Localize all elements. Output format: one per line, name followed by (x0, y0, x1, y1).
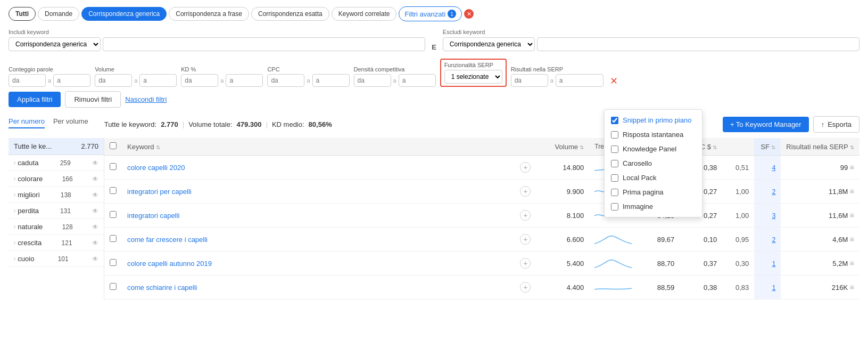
add-keyword-button-5[interactable]: + (520, 282, 531, 293)
tab-per-volume[interactable]: Per volume (53, 115, 88, 128)
keyword-link-4[interactable]: colore capelli autunno 2019 (127, 260, 212, 268)
sidebar-item-colorare[interactable]: › colorare 166 👁 (9, 171, 104, 187)
row-sf-cell: 1 (754, 276, 781, 300)
tab-tutti[interactable]: Tutti (9, 7, 36, 21)
kd-da-input[interactable] (181, 74, 218, 87)
add-keyword-button-2[interactable]: + (520, 210, 531, 221)
dropdown-item-snippet[interactable]: Snippet in primo piano (605, 113, 702, 127)
include-match-type-select[interactable]: Corrispondenza generica (9, 37, 101, 51)
densita-a-input[interactable] (399, 74, 436, 87)
th-keyword[interactable]: Keyword ⇅ (122, 138, 515, 156)
row-checkbox-5[interactable] (110, 283, 117, 290)
add-keyword-button-1[interactable]: + (520, 186, 531, 197)
row-checkbox-2[interactable] (110, 211, 117, 218)
sort-risultati-icon: ⇅ (850, 144, 854, 150)
tab-corr-frase[interactable]: Corrispondenza a frase (169, 7, 249, 21)
tab-corr-generica[interactable]: Corrispondenza generica (81, 7, 167, 21)
sf-link-1[interactable]: 2 (772, 188, 776, 196)
eye-caduta-icon[interactable]: 👁 (92, 159, 98, 167)
sidebar-item-perdita[interactable]: › perdita 131 👁 (9, 203, 104, 219)
dropdown-item-immagine[interactable]: Immagine (605, 199, 702, 214)
sort-keyword-icon: ⇅ (156, 144, 160, 150)
volume-label: Volume totale: (188, 120, 232, 128)
checkbox-local-pack[interactable] (611, 174, 618, 182)
sidebar-item-crescita[interactable]: › crescita 121 👁 (9, 235, 104, 251)
sf-link-3[interactable]: 2 (772, 236, 776, 244)
select-all-checkbox[interactable] (110, 142, 117, 149)
checkbox-risposta[interactable] (611, 131, 618, 139)
th-volume[interactable]: Volume ⇅ (536, 138, 589, 156)
risultati-a-input[interactable] (556, 74, 604, 87)
eye-perdita-icon[interactable]: 👁 (92, 207, 98, 215)
tab-domande[interactable]: Domande (38, 7, 79, 21)
conteggio-da-input[interactable] (9, 74, 46, 87)
row-checkbox-4[interactable] (110, 259, 117, 266)
sf-link-5[interactable]: 1 (772, 284, 776, 292)
sf-link-2[interactable]: 3 (772, 212, 776, 220)
keyword-link-3[interactable]: come far crescere i capelli (127, 236, 208, 244)
serp-feature-select[interactable]: 1 selezionate (444, 70, 502, 84)
volume-range-row: a (95, 74, 177, 87)
eye-naturale-icon[interactable]: 👁 (92, 223, 98, 231)
keyword-link-1[interactable]: integratori per capelli (127, 188, 192, 196)
th-sf[interactable]: SF ⇅ (754, 138, 781, 156)
checkbox-snippet[interactable] (611, 117, 618, 124)
row-checkbox-3[interactable] (110, 235, 117, 242)
tab-per-numero[interactable]: Per numero (9, 115, 45, 128)
add-keyword-button-0[interactable]: + (520, 162, 531, 173)
dropdown-item-carosello[interactable]: Carosello (605, 156, 702, 171)
keyword-manager-button[interactable]: + To Keyword Manager (723, 117, 809, 132)
row-checkbox-0[interactable] (110, 163, 117, 170)
esporta-button[interactable]: ↑ Esporta (813, 116, 859, 133)
sidebar-item-caduta[interactable]: › caduta 259 👁 (9, 155, 104, 171)
add-keyword-button-4[interactable]: + (520, 258, 531, 269)
row-checkbox-1[interactable] (110, 187, 117, 194)
eye-cuoio-icon[interactable]: 👁 (92, 255, 98, 263)
exclude-keyword-input[interactable] (537, 37, 859, 51)
close-filter-button[interactable]: ✕ (464, 9, 474, 19)
tab-corr-esatta[interactable]: Corrispondenza esatta (251, 7, 329, 21)
dropdown-item-knowledge[interactable]: Knowledge Panel (605, 142, 702, 156)
checkbox-prima-pagina[interactable] (611, 189, 618, 196)
eye-migliori-icon[interactable]: 👁 (92, 191, 98, 199)
dropdown-item-local-pack[interactable]: Local Pack (605, 171, 702, 185)
sf-link-4[interactable]: 1 (772, 260, 776, 268)
densita-da-input[interactable] (354, 74, 391, 87)
tab-filtri-avanzati[interactable]: Filtri avanzati 1 (399, 6, 462, 21)
filtri-avanzati-label: Filtri avanzati (404, 10, 445, 18)
sidebar-item-migliori[interactable]: › migliori 138 👁 (9, 187, 104, 203)
eye-crescita-icon[interactable]: 👁 (92, 239, 98, 247)
rimuovi-filtri-button[interactable]: Rimuovi filtri (65, 91, 121, 108)
nascondi-filtri-button[interactable]: Nascondi filtri (125, 95, 167, 103)
tab-keyword-correlate[interactable]: Keyword correlate (332, 7, 397, 21)
kd-a-input[interactable] (226, 74, 263, 87)
add-keyword-button-3[interactable]: + (520, 234, 531, 245)
th-risultati-serp[interactable]: Risultati nella SERP ⇅ (781, 138, 859, 156)
clear-risultati-button[interactable]: ✕ (608, 75, 620, 87)
exclude-keyword-input-row: Corrispondenza generica (443, 37, 859, 51)
conteggio-a-input[interactable] (53, 74, 90, 87)
sidebar-item-naturale[interactable]: › naturale 128 👁 (9, 219, 104, 235)
row-extra-cell: 0,83 (722, 276, 754, 300)
exclude-match-type-select[interactable]: Corrispondenza generica (443, 37, 535, 51)
keyword-link-0[interactable]: colore capelli 2020 (127, 164, 185, 172)
cpc-a-input[interactable] (312, 74, 350, 87)
eye-colorare-icon[interactable]: 👁 (92, 175, 98, 183)
volume-da-input[interactable] (95, 74, 132, 87)
keyword-link-5[interactable]: come schiarire i capelli (127, 284, 197, 292)
volume-a-input[interactable] (139, 74, 177, 87)
checkbox-carosello[interactable] (611, 160, 618, 167)
sidebar-header: Tutte le ke... 2.770 (9, 138, 104, 155)
serp-feature-label: Funzionalità SERP (444, 62, 502, 68)
risultati-da-input[interactable] (511, 74, 548, 87)
include-keyword-input[interactable] (103, 37, 425, 51)
cpc-da-input[interactable] (267, 74, 304, 87)
dropdown-item-prima-pagina[interactable]: Prima pagina (605, 185, 702, 199)
checkbox-immagine[interactable] (611, 203, 618, 211)
sidebar-item-cuoio[interactable]: › cuoio 101 👁 (9, 251, 104, 267)
checkbox-knowledge[interactable] (611, 145, 618, 153)
dropdown-item-risposta[interactable]: Risposta istantanea (605, 127, 702, 142)
applica-filtri-button[interactable]: Applica filtri (9, 92, 61, 107)
keyword-link-2[interactable]: integratori capelli (127, 212, 179, 220)
sf-link-0[interactable]: 4 (772, 164, 776, 172)
